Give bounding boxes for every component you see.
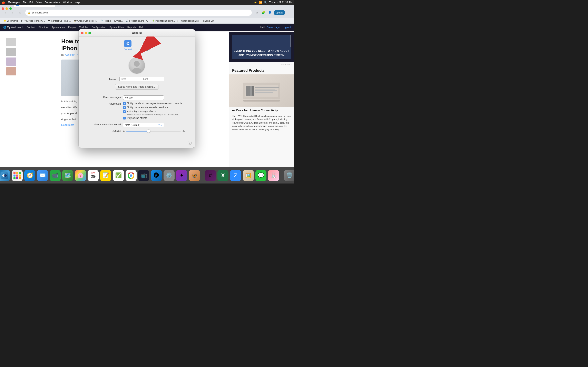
dock-appstore[interactable]: 🅐 — [151, 170, 162, 181]
setup-name-photo-button[interactable]: Set up Name and Photo Sharing... — [115, 84, 159, 90]
checkbox-autoplay: Auto-play message effects — [123, 110, 185, 113]
first-name-input[interactable] — [120, 77, 142, 81]
edit-menu[interactable]: Edit — [29, 1, 34, 4]
dock-facetime[interactable]: 📹 — [50, 170, 61, 181]
file-menu[interactable]: File — [22, 1, 26, 4]
conversations-menu[interactable]: Conversations — [44, 1, 60, 4]
product-svg — [241, 78, 282, 103]
svg-rect-6 — [255, 87, 279, 88]
dialog-minimize-button[interactable] — [85, 32, 87, 34]
pricing-icon: 📎 — [100, 19, 103, 22]
dock-notchmeister[interactable]: ✦ — [176, 170, 187, 181]
address-bar[interactable]: 🔒 iphonelife.com — [25, 9, 252, 16]
dock-photos2[interactable]: 🖼️ — [243, 170, 254, 181]
svg-point-18 — [3, 175, 3, 175]
minimize-button[interactable] — [6, 7, 8, 10]
search-icon[interactable]: 🔍 — [264, 1, 267, 4]
bookmark-item[interactable]: ⭐ Bookmarks — [2, 19, 19, 23]
bookmark-pricing[interactable]: 📎 Pricing — Krystle... — [100, 19, 124, 23]
update-button[interactable]: Update — [274, 10, 285, 15]
sound-row: Message received sound: Note (Default) ⌃… — [89, 123, 185, 127]
contact-icon: ❤ — [48, 19, 51, 22]
dock-messages[interactable]: 💬 — [255, 170, 267, 181]
avatar[interactable] — [129, 57, 145, 74]
last-name-input[interactable] — [142, 77, 164, 81]
bookmark-star[interactable]: ☆ — [254, 10, 259, 15]
keep-messages-select[interactable]: Forever ⌃⌄ — [123, 95, 164, 100]
read-more-link[interactable]: Read more — [61, 123, 74, 126]
notify-name-label: Notify me when my name is mentioned — [127, 106, 169, 109]
dock-reminders[interactable]: ✅ — [113, 170, 124, 181]
messages-prefs-dialog[interactable]: General ⚙ General @ iMessage — [79, 29, 195, 148]
bookmark-freesound[interactable]: 🎵 Freesound.org - h... — [125, 19, 150, 23]
bookmark-inspirational[interactable]: 🍀 Inspirational envir... — [151, 19, 176, 23]
product-desc: The OWC Thunderbolt Dock can help you co… — [229, 113, 294, 133]
refresh-button[interactable]: ↻ — [17, 10, 23, 16]
slider-row: A A — [123, 129, 185, 133]
cms-sysfilters[interactable]: System filters — [109, 26, 124, 29]
notify-name-checkbox[interactable] — [123, 106, 126, 109]
bookmark-other[interactable]: Other Bookmarks — [181, 19, 200, 22]
window-menu[interactable]: Window — [63, 1, 72, 4]
cms-people[interactable]: People — [68, 26, 76, 29]
dock-launchpad[interactable] — [12, 170, 23, 181]
cms-username[interactable]: Olena Kagui — [267, 26, 280, 29]
menu-icon[interactable]: ⋮ — [286, 10, 292, 15]
notify-unknown-checkbox[interactable] — [123, 102, 126, 105]
bookmark-youtube[interactable]: ▶ YouTube to mp3 C... — [20, 19, 45, 23]
app-menu[interactable]: Messages — [8, 1, 20, 4]
dock-trash[interactable]: 🗑️ — [284, 170, 294, 181]
dock-photos[interactable]: 🌸 — [75, 170, 86, 181]
cms-appearance[interactable]: Appearance — [52, 26, 65, 29]
dock-maps[interactable]: 🗺️ — [62, 170, 73, 181]
general-tab[interactable]: ⚙ General — [124, 40, 132, 50]
textsize-slider[interactable] — [126, 131, 181, 132]
svg-rect-3 — [248, 86, 250, 96]
cms-logout[interactable]: Log out — [283, 26, 291, 29]
dock-tv[interactable]: 📺 — [138, 170, 149, 181]
bookmark-courses-label: Online Courses | T... — [77, 20, 98, 22]
bookmark-contact[interactable]: ❤ Contact Us | The I... — [47, 19, 72, 23]
dock-settings[interactable]: ⚙️ — [164, 170, 174, 181]
cms-content[interactable]: Content — [26, 26, 35, 29]
apple-menu[interactable]: 🍎 — [2, 1, 5, 4]
cms-modules[interactable]: Modules — [79, 26, 88, 29]
bookmark-reading[interactable]: Reading List — [201, 19, 215, 22]
imessage-tab[interactable]: @ iMessage — [140, 40, 150, 50]
view-menu[interactable]: View — [36, 1, 42, 4]
dock-zoom[interactable]: Z — [230, 170, 241, 181]
cms-reports[interactable]: Reports — [127, 26, 136, 29]
sound-checkbox[interactable] — [123, 117, 126, 119]
dock-calendar[interactable]: APR 29 — [87, 170, 99, 181]
bookmarks-more[interactable]: » — [177, 19, 179, 22]
dock-chrome[interactable] — [126, 170, 137, 181]
dock-paperbark[interactable]: 🦋 — [189, 170, 200, 181]
dock-ai[interactable]: 🐰 — [268, 170, 279, 181]
excel-icon: X — [221, 172, 225, 179]
dock-finder[interactable] — [0, 170, 10, 181]
cms-structure[interactable]: Structure — [38, 26, 48, 29]
cms-help[interactable]: Help — [139, 26, 144, 29]
bookmark-courses[interactable]: 🎓 Online Courses | T... — [73, 19, 98, 23]
dialog-close-button[interactable] — [81, 32, 84, 34]
sound-select[interactable]: Note (Default) ⌃⌄ — [123, 123, 164, 127]
extensions-icon[interactable]: 🧩 — [261, 10, 266, 15]
dock-mail[interactable]: ✉️ — [37, 170, 48, 181]
freesound-icon: 🎵 — [126, 19, 129, 22]
help-menu[interactable]: Help — [75, 1, 80, 4]
maximize-button[interactable] — [9, 7, 12, 10]
dock-notes[interactable]: 📝 — [100, 170, 111, 181]
dock-safari[interactable]: 🧭 — [24, 170, 35, 181]
textsize-row: Text size: A A — [89, 129, 185, 133]
dock-excel[interactable]: X — [217, 170, 228, 181]
help-button[interactable]: ? — [188, 141, 192, 145]
profile-icon[interactable]: 👤 — [267, 10, 273, 15]
wifi-icon: 📶 — [259, 1, 262, 4]
author-link[interactable]: Ashleigh P — [65, 53, 78, 56]
cms-configuration[interactable]: Configuration — [91, 26, 106, 29]
cms-workbench[interactable]: 🌐 My Workbench — [3, 26, 23, 29]
autoplay-checkbox[interactable] — [123, 110, 126, 113]
dialog-zoom-button[interactable] — [88, 32, 91, 34]
dock-slack[interactable]: # — [205, 170, 216, 181]
close-button[interactable] — [2, 7, 4, 10]
